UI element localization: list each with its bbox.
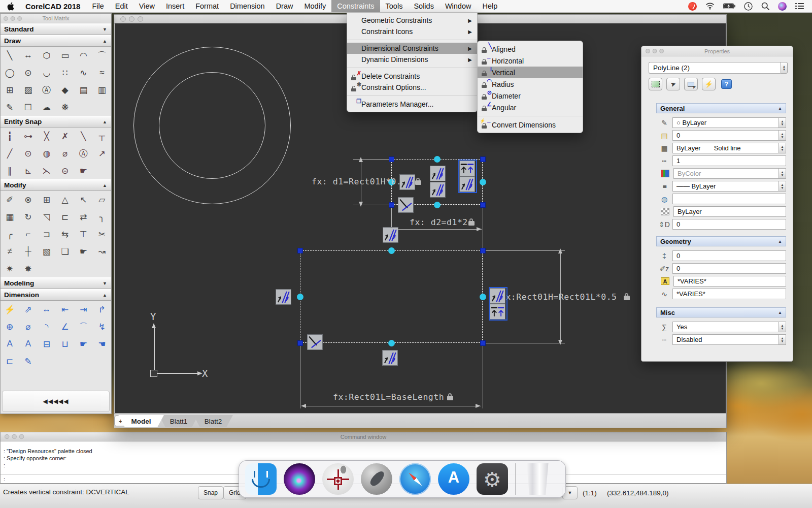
parallel-constraint-badge[interactable] [459,176,475,192]
freehand-tool-icon[interactable]: ≈ [93,64,111,81]
corner-grip[interactable] [297,248,303,253]
grip-edit-tool-icon[interactable]: ☛ [74,243,92,260]
tangent-constraint-badge[interactable] [398,197,414,213]
property-field[interactable]: ○ ByLayer▲▼ [672,117,786,128]
property-field[interactable]: 0 [672,250,786,261]
constraint-badge-stack[interactable] [490,288,506,320]
transform-tool-icon[interactable]: ⇄ [74,208,92,226]
join-tool-icon[interactable]: ⇆ [56,226,74,243]
snap-endpoint-icon[interactable]: ┇ [1,128,19,145]
menu-constraints[interactable]: Constraints [331,0,380,12]
polygon-tool-icon[interactable]: ⬡ [38,47,56,64]
explode-tool-icon[interactable]: ✷ [1,260,19,277]
break-tool-icon[interactable]: ┼ [19,243,37,260]
property-field[interactable]: ByLayer [673,206,786,217]
menu-item-vertical[interactable]: ⅠVertical [478,67,583,78]
menu-edit[interactable]: Edit [110,0,133,12]
section-header-modify[interactable]: Modify▲ [1,179,111,191]
note-tool-icon[interactable]: ▤ [74,81,92,99]
menu-solids[interactable]: Solids [408,0,439,12]
siri-dock-icon[interactable] [284,463,315,495]
explode-all-tool-icon[interactable]: ✸ [19,260,37,277]
menu-item-delete-constraints[interactable]: ✗Delete Constraints [347,71,477,82]
entity-selector-value[interactable]: PolyLine (2) [649,62,781,74]
midpoint-grip[interactable] [388,340,395,346]
property-field[interactable]: 1 [672,155,786,166]
tangent-constraint-badge[interactable] [307,334,323,350]
trim-tool-icon[interactable]: ⊤ [74,226,92,243]
menu-item-geometric-constraints[interactable]: Geometric Constraints▶ [347,15,477,26]
arc-3point-tool-icon[interactable]: ◠ [74,47,92,64]
appstore-dock-icon[interactable] [438,463,469,495]
snap-perpendicular-icon[interactable]: ⊾ [19,162,37,179]
snap-node-icon[interactable]: ┬ [93,128,111,145]
menu-help[interactable]: Help [477,0,503,12]
snap-toggle-button[interactable]: Snap [198,486,223,499]
midpoint-grip[interactable] [434,202,441,208]
snap-midpoint-icon[interactable]: ⊶ [19,128,37,145]
section-header-dimension[interactable]: Dimension▲ [1,289,111,301]
dimension-rect01h[interactable]: fx:Rect01H=Rect01L*0.5 [500,292,617,302]
continue-dimension-icon[interactable]: ⇥ [74,301,92,318]
center-mark-icon[interactable]: ⊕ [1,318,19,335]
scale-tool-icon[interactable]: ◹ [38,208,56,226]
snap-extension-icon[interactable]: ↗ [93,145,111,162]
property-field[interactable]: 0▲▼ [672,130,786,141]
select-entities-button[interactable] [649,78,662,90]
spline-tool-icon[interactable]: ∿ [74,64,92,81]
angular-dimension-icon[interactable]: ∠ [56,318,74,335]
dimension-style-icon[interactable]: ⊟ [38,335,56,353]
property-field[interactable]: ByColor▲▼ [673,168,786,179]
section-header-geometry[interactable]: Geometry▲ [656,236,786,246]
menu-item-dynamic-dimensions[interactable]: Dynamic Dimensions▶ [347,54,477,65]
menu-item-parameters-manager[interactable]: ❐Parameters Manager... [347,99,477,110]
hatch-tool-icon[interactable]: ▨ [19,81,37,99]
palette-collapse-button[interactable]: ◀◀◀◀◀ [2,391,110,412]
erase-tool-icon[interactable]: ✐ [1,191,19,208]
section-header-draw[interactable]: Draw▲ [1,35,111,47]
sheet-tab-model[interactable]: Model [118,415,164,427]
arc-tool-icon[interactable]: ⌒ [93,47,111,64]
minimize-button[interactable] [129,16,134,22]
spotlight-icon[interactable] [761,2,769,10]
section-header-entity-snap[interactable]: Entity Snap▲ [1,116,111,128]
fillet-tool-icon[interactable]: ╭ [1,226,19,243]
simple-note-tool-icon[interactable]: ▥ [93,81,111,99]
menu-item-aligned[interactable]: ╲Aligned [478,43,583,55]
shape-tool-icon[interactable]: ◆ [56,81,74,99]
dimension-edit-icon[interactable]: ⊏ [1,353,19,370]
snap-insertion-icon[interactable]: Ⓐ [74,145,92,162]
property-field[interactable]: ByLayerSolid line▲▼ [672,143,786,153]
quick-select-button[interactable] [684,78,698,90]
tolerance-icon[interactable]: ⊔ [56,335,74,353]
trash-dock-icon[interactable] [525,463,550,495]
sketch-tool-icon[interactable]: ✎ [1,99,19,116]
stepper-control[interactable]: ▲▼ [779,131,786,140]
entity-selector[interactable]: PolyLine (2) ▲▼ [649,62,788,74]
arc-length-dimension-icon[interactable]: ⌒ [74,318,92,335]
point-tool-icon[interactable]: ∷ [56,64,74,81]
dimension-rect01l[interactable]: fx:Rect01L=BaseLength [333,392,444,402]
stepper-control[interactable]: ▲▼ [779,322,786,332]
corner-grip[interactable] [480,156,486,162]
menu-window[interactable]: Window [439,0,477,12]
entity-selector-stepper[interactable]: ▲▼ [781,62,788,74]
parallel-constraint-badge[interactable] [383,227,398,243]
radius-dimension-icon[interactable]: ◝ [38,318,56,335]
stepper-control[interactable]: ▲▼ [779,169,786,178]
menu-item-constraint-icons[interactable]: Constraint Icons▶ [347,26,477,37]
corner-grip[interactable] [297,340,303,346]
notification-center-icon[interactable] [795,3,804,10]
clock-icon[interactable] [744,2,753,11]
filter-select-button[interactable]: ⚡ [702,78,716,90]
edit-hatch-tool-icon[interactable]: ▧ [38,243,56,260]
menu-item-radius[interactable]: ◠Radius [478,78,583,90]
text-angle-icon[interactable]: A [1,335,19,353]
midpoint-grip[interactable] [434,156,441,163]
stepper-control[interactable]: ▲▼ [779,143,786,153]
text-tool-icon[interactable]: Ⓐ [38,81,56,99]
dimension-text-edit-icon[interactable]: ✎ [19,353,37,370]
snap-along-line-icon[interactable]: ╱ [1,145,19,162]
app-menu-title[interactable]: CorelCAD 2018 [19,2,86,11]
menu-item-diameter[interactable]: ⊘Diameter [478,90,583,102]
